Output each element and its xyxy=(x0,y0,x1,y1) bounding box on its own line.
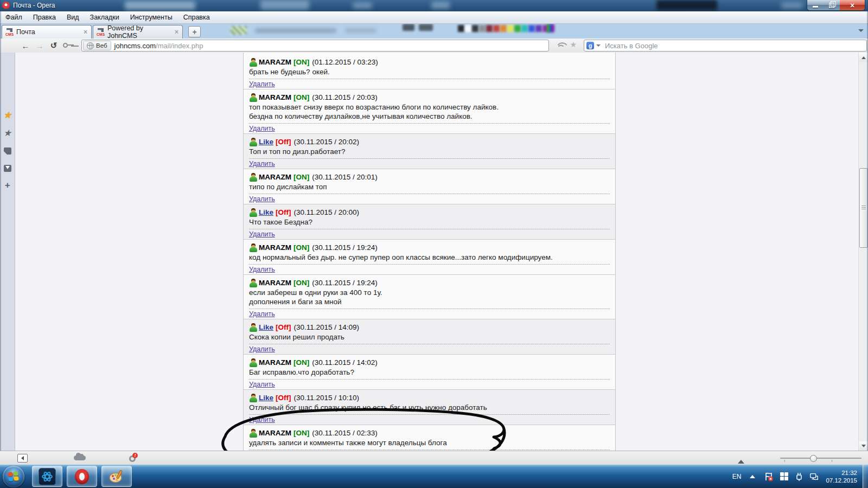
show-hidden-icons[interactable] xyxy=(750,472,755,478)
back-button[interactable]: ← xyxy=(18,41,33,50)
message-timestamp: (30.11.2015 / 19:24) xyxy=(312,278,378,288)
delete-link[interactable]: Удалить xyxy=(249,125,275,132)
zoom-slider-handle[interactable] xyxy=(810,455,817,462)
tab-bar: CMS Почта × CMS Powered by JohnCMS × + xyxy=(0,24,868,38)
message-username[interactable]: MARAZM xyxy=(259,92,291,102)
notes-icon[interactable] xyxy=(3,146,12,156)
tab-list-dropdown-icon[interactable] xyxy=(858,29,864,35)
opera-sync-icon[interactable]: ! xyxy=(129,454,138,462)
message-username[interactable]: MARAZM xyxy=(259,357,291,368)
glass-blur-shape xyxy=(231,26,247,35)
tab-close-icon[interactable]: × xyxy=(84,28,87,36)
minimize-button[interactable] xyxy=(807,0,824,10)
speed-dial-star-icon[interactable]: ★ xyxy=(3,111,12,120)
delete-link[interactable]: Удалить xyxy=(249,80,275,88)
johncms-favicon: CMS xyxy=(5,28,14,36)
scrollbar-thumb[interactable] xyxy=(859,168,868,248)
get-windows-10-icon[interactable] xyxy=(779,472,789,481)
message-username[interactable]: Like xyxy=(259,207,273,217)
delete-link[interactable]: Удалить xyxy=(249,195,275,203)
status-bar: ! xyxy=(0,451,868,465)
taskbar-app-paint[interactable] xyxy=(101,466,132,487)
power-plug-icon[interactable] xyxy=(794,472,804,481)
delete-link[interactable]: Удалить xyxy=(249,381,275,388)
menu-file[interactable]: Файл xyxy=(0,11,28,23)
message-text: Топ и топ по дизл.работает? xyxy=(249,147,610,156)
tab-johncms[interactable]: CMS Powered by JohnCMS × xyxy=(93,25,183,38)
downloads-icon[interactable] xyxy=(3,164,12,173)
language-indicator[interactable]: EN xyxy=(732,473,742,480)
start-button[interactable] xyxy=(3,466,24,487)
scroll-down-button[interactable] xyxy=(859,441,868,451)
message-header: Like [Off] (30.11.2015 / 14:09) xyxy=(249,322,610,332)
user-avatar-icon xyxy=(249,93,258,102)
menu-tools[interactable]: Инструменты xyxy=(125,11,178,23)
rss-feed-icon[interactable] xyxy=(558,41,565,48)
reload-button[interactable]: ↺ xyxy=(47,41,61,50)
scroll-down-icon xyxy=(861,445,866,450)
message-text: Баг исправлю.что доработать? xyxy=(249,368,610,377)
message-text: Что такое Бездна? xyxy=(249,217,610,227)
menu-view[interactable]: Вид xyxy=(61,11,85,23)
restore-button[interactable] xyxy=(824,0,840,10)
message-username[interactable]: MARAZM xyxy=(259,242,291,253)
title-bar[interactable]: Почта - Opera × xyxy=(0,0,868,11)
message-username[interactable]: MARAZM xyxy=(259,428,291,438)
forward-button[interactable]: → xyxy=(33,41,47,50)
message-username[interactable]: MARAZM xyxy=(259,278,291,288)
message-list: MARAZM [ON] (01.12.2015 / 03:23) брать н… xyxy=(243,53,616,451)
window-controls: × xyxy=(807,0,865,10)
show-desktop-button[interactable] xyxy=(863,465,868,488)
message-username[interactable]: Like xyxy=(259,393,273,403)
scroll-up-button[interactable] xyxy=(859,53,868,62)
wand-password-icon[interactable] xyxy=(63,43,75,48)
bookmarks-star-icon[interactable]: ★ xyxy=(3,129,12,138)
tab-mail[interactable]: CMS Почта × xyxy=(2,25,92,38)
taskbar-app-opera[interactable] xyxy=(67,466,97,487)
tab-label: Почта xyxy=(16,28,35,36)
menu-edit[interactable]: Правка xyxy=(28,11,61,23)
user-avatar-icon xyxy=(249,243,258,252)
windows-taskbar: EN xyxy=(0,465,868,488)
message-username[interactable]: MARAZM xyxy=(259,172,291,182)
security-badge[interactable]: Веб xyxy=(83,41,111,50)
delete-link[interactable]: Удалить xyxy=(249,416,275,423)
zoom-slider[interactable] xyxy=(780,458,861,459)
message-username[interactable]: Like xyxy=(259,322,273,332)
taskbar-app-battlenet[interactable] xyxy=(32,466,62,487)
delete-link[interactable]: Удалить xyxy=(249,310,275,318)
opera-link-cloud-icon[interactable] xyxy=(74,455,86,460)
menu-bookmarks[interactable]: Закладки xyxy=(85,11,125,23)
clock[interactable]: 21:32 07.12.2015 xyxy=(826,469,857,484)
network-icon[interactable] xyxy=(809,472,819,481)
message-header: Like [Off] (30.11.2015 / 20:02) xyxy=(249,137,610,147)
search-input[interactable] xyxy=(604,41,866,50)
add-panel-icon[interactable]: + xyxy=(3,181,12,190)
search-bar[interactable]: g xyxy=(584,40,867,52)
online-status-badge: [ON] xyxy=(293,57,309,67)
tray-time: 21:32 xyxy=(826,469,857,477)
panel-toggle-button[interactable] xyxy=(17,454,28,463)
message-header: MARAZM [ON] (30.11.2015 / 20:03) xyxy=(249,92,610,102)
fit-to-width-icon[interactable] xyxy=(738,457,744,464)
vertical-scrollbar[interactable] xyxy=(858,53,868,451)
message-footer: Удалить xyxy=(249,229,610,238)
action-center-flag-icon[interactable] xyxy=(764,472,774,481)
tab-close-icon[interactable]: × xyxy=(175,28,178,36)
delete-link[interactable]: Удалить xyxy=(249,230,275,238)
message-text: удалять записи и комменты также могут вл… xyxy=(249,438,610,447)
message-row: MARAZM [ON] (30.11.2015 / 02:33) удалять… xyxy=(244,425,615,451)
close-button[interactable]: × xyxy=(840,0,865,10)
delete-link[interactable]: Удалить xyxy=(249,266,275,273)
message-footer: Удалить xyxy=(249,123,610,132)
delete-link[interactable]: Удалить xyxy=(249,160,275,168)
address-bar[interactable]: Веб johncms.com/mail/index.php ★ xyxy=(81,40,549,52)
delete-link[interactable]: Удалить xyxy=(249,345,275,353)
bookmark-star-icon[interactable]: ★ xyxy=(570,41,577,48)
message-username[interactable]: MARAZM xyxy=(259,57,291,67)
glass-blur-shape xyxy=(353,2,372,9)
new-tab-button[interactable]: + xyxy=(188,26,201,37)
menu-help[interactable]: Справка xyxy=(178,11,215,23)
message-username[interactable]: Like xyxy=(259,137,273,147)
search-engine-dropdown-icon[interactable] xyxy=(596,44,601,49)
